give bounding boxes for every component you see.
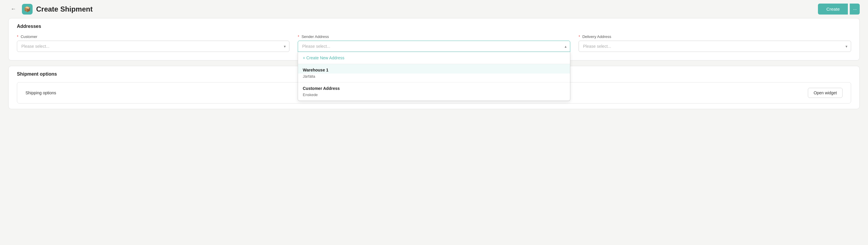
- addresses-section-card: Addresses * Customer Please select... ▾: [8, 18, 860, 60]
- customer-form-group: * Customer Please select... ▾: [17, 34, 289, 52]
- sender-dropdown: + Create New Address Warehouse 1 Järfäll…: [298, 52, 570, 101]
- app-icon-glyph: 📦: [24, 6, 31, 12]
- delivery-label: * Delivery Address: [579, 34, 851, 39]
- customer-required: *: [17, 34, 19, 39]
- top-bar-left: ← 📦 Create Shipment: [8, 4, 93, 15]
- delivery-select[interactable]: Please select...: [579, 40, 851, 52]
- delivery-label-text: Delivery Address: [582, 34, 612, 39]
- main-content: Addresses * Customer Please select... ▾: [0, 18, 868, 123]
- delivery-required: *: [579, 34, 580, 39]
- create-button[interactable]: Create: [818, 4, 848, 15]
- more-options-button[interactable]: ···: [849, 4, 860, 15]
- customer-address-option[interactable]: Customer Address: [298, 82, 570, 92]
- app-icon: 📦: [22, 4, 33, 15]
- customer-label-text: Customer: [21, 34, 37, 39]
- shipment-options-title: Shipment options: [17, 72, 57, 77]
- top-bar: ← 📦 Create Shipment Create ···: [0, 0, 868, 18]
- customer-label: * Customer: [17, 34, 289, 39]
- customer-select-wrapper: Please select... ▾: [17, 40, 289, 52]
- delivery-form-group: * Delivery Address Please select... ▾: [579, 34, 851, 52]
- jarfalla-sub-item[interactable]: Järfälla: [298, 74, 570, 82]
- enskede-sub-item[interactable]: Enskede: [298, 92, 570, 101]
- addresses-section-header: Addresses: [8, 18, 860, 29]
- addresses-section-body: * Customer Please select... ▾ * Sender A: [8, 29, 860, 60]
- addresses-title: Addresses: [17, 24, 41, 29]
- sender-required: *: [298, 34, 299, 39]
- sender-label: * Sender Address: [298, 34, 570, 39]
- customer-select[interactable]: Please select...: [17, 40, 289, 52]
- back-button[interactable]: ←: [8, 5, 19, 13]
- warehouse-1-option[interactable]: Warehouse 1: [298, 64, 570, 74]
- create-new-address-option[interactable]: + Create New Address: [298, 52, 570, 64]
- shipping-options-label: Shipping options: [26, 90, 56, 95]
- sender-label-text: Sender Address: [302, 34, 329, 39]
- sender-select[interactable]: Please select...: [298, 40, 570, 52]
- page-title: Create Shipment: [36, 5, 93, 13]
- top-bar-right: Create ···: [818, 4, 860, 15]
- sender-form-group: * Sender Address Please select... ▴ + Cr…: [298, 34, 570, 52]
- open-widget-button[interactable]: Open widget: [808, 88, 842, 98]
- delivery-placeholder: Please select...: [583, 44, 611, 49]
- addresses-form-row: * Customer Please select... ▾ * Sender A: [17, 34, 851, 52]
- sender-select-wrapper: Please select... ▴ + Create New Address …: [298, 40, 570, 52]
- delivery-select-wrapper: Please select... ▾: [579, 40, 851, 52]
- customer-placeholder: Please select...: [21, 44, 50, 49]
- sender-placeholder: Please select...: [302, 44, 330, 49]
